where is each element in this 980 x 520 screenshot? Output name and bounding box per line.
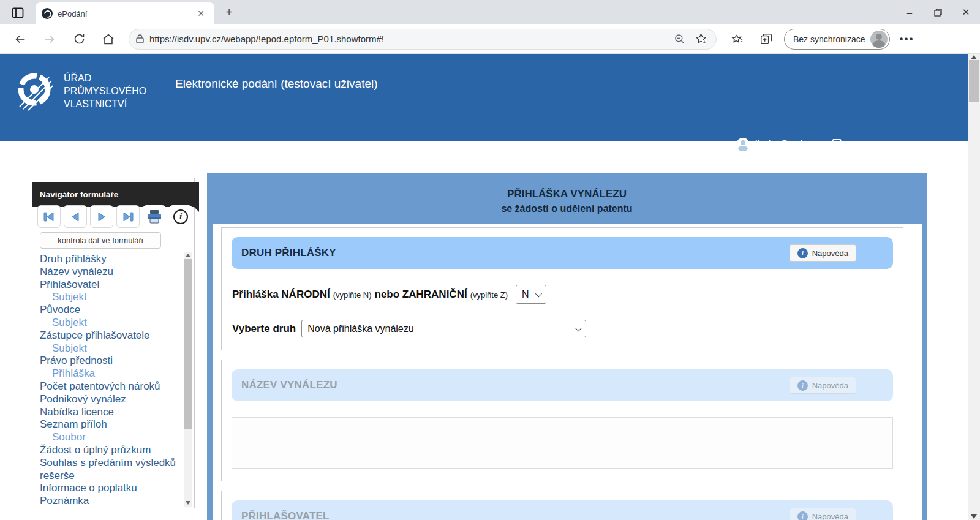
nav-prehled-podani[interactable]: PŘEHLED PODÁNÍ [266, 162, 361, 175]
section-nazev-header: NÁZEV VYNÁLEZU i Nápověda [232, 369, 893, 401]
home-icon[interactable] [99, 30, 118, 48]
section-nazev-vynalezu: NÁZEV VYNÁLEZU i Nápověda [221, 360, 903, 481]
profile-button[interactable]: Bez synchronizace [784, 29, 890, 50]
help-button: i Nápověda [790, 508, 856, 520]
window-restore-button[interactable] [924, 0, 952, 24]
next-section-button[interactable] [90, 205, 113, 228]
app-title: Elektronické podání (testovací uživatel) [175, 77, 378, 91]
help-button: i Nápověda [790, 377, 856, 394]
navigator-item[interactable]: Právo přednosti [40, 355, 184, 367]
user-area: lhyks@volny.cz [736, 138, 845, 151]
nav-prehled-spisu[interactable]: PŘEHLED SPISŮ [458, 162, 544, 175]
nav-ulozit-data[interactable]: ULOŽIT DATA [185, 162, 254, 175]
section-prihlasovatel: PŘIHLAŠOVATEL i Nápověda [221, 491, 903, 520]
forward-icon[interactable] [40, 30, 59, 48]
navigator-item[interactable]: Nabídka licence [40, 406, 184, 419]
refresh-icon[interactable] [70, 30, 88, 48]
navigator-item[interactable]: Subjekt [40, 342, 184, 355]
typ-select[interactable]: N [516, 285, 546, 304]
browser-tab-bar: ePodání ✕ + – ✕ [0, 0, 980, 24]
section-prihlasovatel-header: PŘIHLAŠOVATEL i Nápověda [232, 500, 893, 520]
browser-menu-icon[interactable]: ••• [900, 33, 914, 45]
navigator-item[interactable]: Souhlas s předáním výsledků rešerše [40, 457, 184, 483]
form-subtitle: se žádostí o udělení patentu [207, 203, 927, 214]
navigator-item[interactable]: Podnikový vynález [40, 393, 184, 406]
navigator-item[interactable]: Druh přihlášky [40, 253, 184, 266]
druh-select[interactable]: Nová přihláška vynálezu [301, 320, 586, 337]
header-divider [175, 156, 878, 157]
navigator-scrollbar-thumb[interactable] [184, 259, 192, 429]
info-icon: i [797, 511, 808, 520]
info-icon: i [797, 380, 808, 391]
tab-favicon-icon [42, 8, 53, 19]
first-section-button[interactable] [37, 205, 61, 228]
previous-section-button[interactable] [64, 205, 87, 228]
favorites-bar-icon[interactable] [728, 30, 746, 48]
section-druh-heading: DRUH PŘIHLÁŠKY [241, 247, 336, 259]
browser-toolbar: https://isdv.upv.cz/webapp/!epod.epform_… [0, 24, 980, 54]
org-name-line: ÚŘAD [64, 72, 146, 85]
navigator-item[interactable]: Přihlašovatel [40, 279, 184, 292]
tab-actions-menu-icon[interactable] [10, 5, 26, 21]
navigator-title-bar[interactable]: Navigátor formuláře [32, 182, 199, 207]
print-button[interactable] [143, 205, 166, 228]
scroll-up-icon[interactable] [971, 55, 977, 59]
org-name-line: VLASTNICTVÍ [64, 97, 146, 110]
navigator-scrollbar[interactable] [184, 252, 192, 507]
field-narodni-zahranicni: Přihláška NÁRODNÍ (vyplňte N) nebo ZAHRA… [232, 285, 893, 304]
new-tab-button[interactable]: + [222, 6, 236, 20]
last-section-button[interactable] [116, 205, 140, 228]
window-close-button[interactable]: ✕ [952, 0, 980, 24]
zoom-out-icon[interactable] [671, 30, 689, 48]
form-title-block: PŘIHLÁŠKA VYNÁLEZU se žádostí o udělení … [207, 173, 927, 224]
profile-label: Bez synchronizace [793, 34, 865, 44]
nav-nove-podani[interactable]: NOVÉ PODÁNÍ [372, 162, 447, 175]
navigator-item[interactable]: Subjekt [40, 291, 184, 304]
tab-close-icon[interactable]: ✕ [194, 7, 208, 20]
info-icon: i [797, 248, 808, 258]
navigator-item[interactable]: Informace o poplatku [40, 482, 184, 495]
main-nav: ULOŽIT DATA PŘEHLED PODÁNÍ NOVÉ PODÁNÍ P… [185, 162, 608, 175]
navigator-item[interactable]: Poznámka [40, 495, 184, 508]
navigator-item[interactable]: Přihláška [40, 367, 184, 380]
avatar [870, 31, 888, 48]
navigator-toolbar: i [37, 205, 192, 228]
navigator-item[interactable]: Žádost o úplný průzkum [40, 444, 184, 457]
browser-tab[interactable]: ePodání ✕ [36, 2, 214, 24]
address-bar[interactable]: https://isdv.upv.cz/webapp/!epod.epform_… [129, 29, 717, 50]
field-label: nebo ZAHRANIČNÍ [375, 288, 467, 301]
section-druh-header: DRUH PŘIHLÁŠKY i Nápověda [232, 237, 893, 269]
check-form-data-button[interactable]: kontrola dat ve formuláři [40, 232, 161, 249]
field-hint: (vyplňte N) [333, 290, 372, 300]
patent-application-form: PŘIHLÁŠKA VYNÁLEZU se žádostí o udělení … [207, 173, 927, 520]
navigator-item[interactable]: Název vynálezu [40, 266, 184, 279]
navigator-item[interactable]: Seznam příloh [40, 418, 184, 431]
form-body: DRUH PŘIHLÁŠKY i Nápověda Přihláška NÁRO… [213, 224, 922, 520]
form-title: PŘIHLÁŠKA VYNÁLEZU [207, 188, 927, 200]
nav-adresar[interactable]: ADRESÁŘ [556, 162, 608, 175]
navigator-item[interactable]: Subjekt [40, 317, 184, 330]
url-text[interactable]: https://isdv.upv.cz/webapp/!epod.epform_… [149, 34, 671, 44]
collections-icon[interactable] [757, 30, 775, 48]
lock-icon[interactable] [135, 34, 145, 44]
navigator-item[interactable]: Původce [40, 304, 184, 317]
navigator-item[interactable]: Počet patentových nároků [40, 380, 184, 393]
page-scrollbar[interactable] [968, 54, 980, 520]
navigator-section-list: Druh přihlášky Název vynálezu Přihlašova… [40, 253, 184, 508]
add-favorite-star-icon[interactable] [692, 30, 710, 48]
scroll-up-icon[interactable] [186, 254, 190, 257]
back-icon[interactable] [11, 30, 29, 48]
office-logo: ÚŘAD PRŮMYSLOVÉHO VLASTNICTVÍ [13, 69, 146, 113]
scroll-down-icon[interactable] [971, 514, 977, 519]
help-button[interactable]: i Nápověda [790, 244, 856, 262]
window-minimize-button[interactable]: – [895, 0, 924, 24]
navigator-item[interactable]: Soubor [40, 431, 184, 444]
office-logo-icon [13, 69, 58, 113]
field-hint: (vyplňte Z) [470, 290, 508, 300]
scroll-down-icon[interactable] [186, 501, 190, 505]
org-name-line: PRŮMYSLOVÉHO [64, 85, 146, 97]
info-button[interactable]: i [169, 205, 192, 228]
logout-icon[interactable] [832, 138, 845, 151]
navigator-item[interactable]: Zástupce přihlašovatele [40, 330, 184, 342]
page-scrollbar-thumb[interactable] [969, 60, 979, 102]
